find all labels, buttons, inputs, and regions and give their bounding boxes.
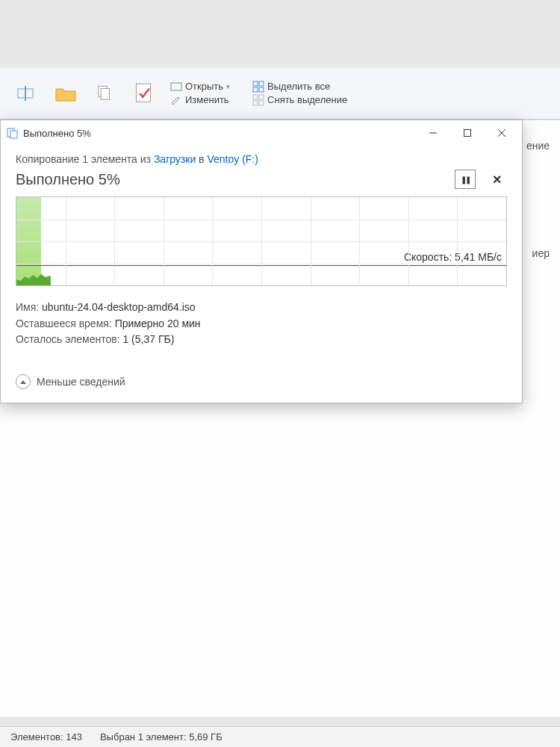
bg-text-fragment-1: ение — [526, 140, 550, 152]
transfer-speed-chart: Скорость: 5,41 МБ/c — [16, 196, 507, 286]
ribbon-deselect-label: Снять выделение — [267, 94, 347, 105]
pause-button[interactable]: ❚❚ — [455, 170, 476, 189]
dialog-titlebar[interactable]: Выполнено 5% — [1, 120, 522, 146]
statusbar-item-count: Элементов: 143 — [10, 731, 82, 743]
ribbon-select-all[interactable]: Выделить все — [252, 81, 347, 93]
window-minimize-button[interactable] — [416, 122, 450, 144]
progress-status-text: Выполнено 5% — [16, 171, 120, 188]
rename-icon[interactable] — [15, 81, 39, 105]
svg-rect-6 — [253, 81, 258, 86]
remain-value: 1 (5,37 ГБ) — [122, 333, 174, 345]
svg-rect-17 — [464, 130, 471, 137]
svg-rect-5 — [171, 83, 181, 90]
time-label: Оставшееся время: — [16, 317, 112, 329]
fewer-details-toggle[interactable]: Меньше сведений — [16, 365, 507, 389]
name-value: ubuntu-24.04-desktop-amd64.iso — [42, 301, 195, 313]
transfer-details: Имя: ubuntu-24.04-desktop-amd64.iso Оста… — [16, 300, 507, 348]
ribbon-open[interactable]: Открыть ▾ — [170, 81, 230, 93]
explorer-statusbar: Элементов: 143 Выбран 1 элемент: 5,69 ГБ — [0, 726, 560, 747]
svg-rect-15 — [10, 131, 17, 138]
svg-rect-13 — [259, 101, 264, 105]
window-maximize-button[interactable] — [450, 122, 485, 144]
svg-rect-10 — [253, 95, 258, 99]
remain-label: Осталось элементов: — [16, 333, 120, 345]
statusbar-selected: Выбран 1 элемент: 5,69 ГБ — [100, 731, 223, 743]
explorer-ribbon: Открыть ▾ Изменить Выделить все Снять вы… — [0, 67, 560, 120]
ribbon-select-all-label: Выделить все — [267, 81, 330, 92]
speed-sparkline — [16, 266, 51, 285]
fewer-details-label: Меньше сведений — [37, 376, 125, 388]
chevron-up-icon — [16, 374, 31, 389]
pause-icon: ❚❚ — [461, 176, 470, 184]
svg-rect-11 — [259, 95, 264, 99]
svg-rect-7 — [259, 81, 264, 86]
copy-icon[interactable] — [93, 81, 116, 105]
dialog-title: Выполнено 5% — [23, 128, 416, 139]
time-value: Примерно 20 мин — [115, 317, 201, 329]
svg-rect-8 — [253, 87, 258, 92]
op-dest-link[interactable]: Ventoy (F:) — [207, 153, 258, 165]
copy-dialog-icon — [7, 127, 19, 139]
ribbon-open-label: Открыть — [185, 81, 223, 92]
bg-text-fragment-2: иер — [532, 247, 550, 259]
op-source-link[interactable]: Загрузки — [154, 153, 196, 165]
ribbon-edit-label: Изменить — [185, 94, 229, 105]
ribbon-deselect[interactable]: Снять выделение — [252, 94, 347, 106]
dropdown-caret-icon: ▾ — [226, 83, 230, 90]
properties-checkmark-icon[interactable] — [131, 81, 155, 105]
copy-progress-dialog: Выполнено 5% Копирование 1 элемента из З… — [0, 120, 523, 403]
name-label: Имя: — [16, 301, 39, 313]
svg-rect-4 — [136, 84, 150, 102]
folder-icon[interactable] — [54, 81, 78, 105]
window-close-button[interactable] — [485, 122, 519, 144]
op-prefix: Копирование 1 элемента из — [16, 153, 154, 165]
op-mid: в — [196, 153, 207, 165]
svg-rect-9 — [259, 87, 264, 92]
cancel-button[interactable] — [486, 170, 507, 189]
speed-label: Скорость: 5,41 МБ/c — [404, 251, 502, 263]
ribbon-edit[interactable]: Изменить — [170, 94, 230, 106]
svg-rect-3 — [101, 88, 109, 99]
svg-rect-12 — [253, 101, 258, 105]
operation-description: Копирование 1 элемента из Загрузки в Ven… — [16, 153, 507, 165]
